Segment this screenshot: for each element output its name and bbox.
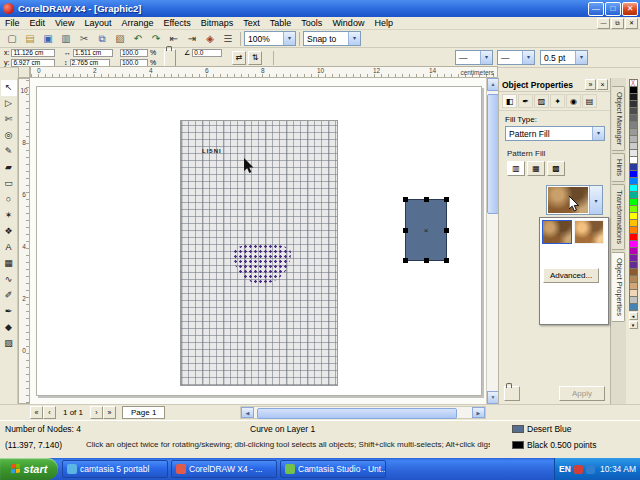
- document-close-button[interactable]: ✕: [625, 18, 638, 29]
- mirror-horizontal-button[interactable]: ⇄: [232, 51, 246, 65]
- basic-shapes-tool[interactable]: ❖: [1, 224, 17, 240]
- lock-button[interactable]: [504, 386, 520, 401]
- cut-icon[interactable]: ✂: [75, 31, 93, 47]
- horizontal-scroll-thumb[interactable]: [257, 408, 457, 419]
- line-style-combo[interactable]: — ▾: [497, 50, 535, 65]
- advanced-button[interactable]: Advanced...: [543, 268, 599, 283]
- save-icon[interactable]: ▣: [39, 31, 57, 47]
- rotation-angle-field[interactable]: 0.0: [192, 49, 222, 57]
- menu-item[interactable]: Table: [265, 17, 297, 30]
- docker-tab-object-manager[interactable]: Object Manager: [612, 86, 625, 151]
- menu-item[interactable]: File: [0, 17, 25, 30]
- vertical-ruler[interactable]: 1086420: [18, 78, 30, 404]
- last-page-button[interactable]: »: [103, 406, 116, 419]
- full-color-pattern-button[interactable]: ▦: [527, 161, 545, 176]
- selection-handle-e[interactable]: [444, 228, 449, 233]
- menu-item[interactable]: Help: [369, 17, 398, 30]
- menu-item[interactable]: Text: [238, 17, 265, 30]
- current-pattern-swatch[interactable]: [548, 187, 588, 213]
- chevron-down-icon[interactable]: ▾: [283, 32, 295, 45]
- chevron-down-icon[interactable]: ▾: [348, 32, 360, 45]
- export-icon[interactable]: ⇥: [183, 31, 201, 47]
- rectangle-tool[interactable]: ▭: [1, 176, 17, 192]
- chevron-down-icon[interactable]: ▾: [480, 51, 492, 64]
- bitmap-pattern-button[interactable]: ▩: [547, 161, 565, 176]
- mirror-vertical-button[interactable]: ⇅: [248, 51, 262, 65]
- import-icon[interactable]: ⇤: [165, 31, 183, 47]
- outline-tab-icon[interactable]: ✒: [518, 94, 533, 108]
- document-minimize-button[interactable]: —: [597, 18, 610, 29]
- smart-fill-tool[interactable]: ▰: [1, 160, 17, 176]
- taskbar-task-camtasia-recorder[interactable]: camtasia 5 portabl: [62, 460, 168, 478]
- selection-handle-n[interactable]: [424, 197, 429, 202]
- selection-handle-s[interactable]: [424, 258, 429, 263]
- x-position-field[interactable]: 11.126 cm: [11, 49, 55, 57]
- tray-icon-camtasia[interactable]: [574, 465, 583, 474]
- internet-tab-icon[interactable]: ◉: [566, 94, 581, 108]
- text-tool[interactable]: A: [1, 240, 17, 256]
- redo-icon[interactable]: ↷: [147, 31, 165, 47]
- start-button[interactable]: start: [0, 458, 58, 480]
- language-indicator[interactable]: EN: [559, 464, 571, 474]
- fill-type-combo[interactable]: Pattern Fill ▾: [505, 126, 605, 141]
- selection-handle-sw[interactable]: [403, 258, 408, 263]
- menu-item[interactable]: Edit: [25, 17, 51, 30]
- scroll-right-button[interactable]: ▶: [472, 407, 485, 418]
- selection-handle-nw[interactable]: [403, 197, 408, 202]
- zoom-tool[interactable]: ◎: [1, 128, 17, 144]
- first-page-button[interactable]: «: [30, 406, 43, 419]
- horizontal-ruler[interactable]: 02468101214 centimeters: [30, 66, 498, 78]
- chevron-down-icon[interactable]: ▾: [575, 51, 587, 64]
- maximize-button[interactable]: □: [605, 2, 621, 16]
- taskbar-task-camtasia-studio[interactable]: Camtasia Studio - Unt...: [280, 460, 386, 478]
- previous-page-button[interactable]: ‹: [43, 406, 56, 419]
- menu-item[interactable]: Layout: [79, 17, 116, 30]
- taskbar-task-coreldraw[interactable]: CorelDRAW X4 - ...: [171, 460, 277, 478]
- selected-rectangle-object[interactable]: ×: [405, 199, 447, 261]
- menu-item[interactable]: Tools: [296, 17, 327, 30]
- interactive-blend-tool[interactable]: ∿: [1, 272, 17, 288]
- ruler-origin-corner[interactable]: [18, 66, 30, 78]
- pattern-swatch-option-2[interactable]: [574, 220, 604, 244]
- canvas-vertical-scrollbar[interactable]: ▲ ▼: [486, 78, 498, 404]
- chevron-down-icon[interactable]: ▾: [522, 51, 534, 64]
- undo-icon[interactable]: ↶: [129, 31, 147, 47]
- docker-tab-transformations[interactable]: Transformations: [612, 184, 625, 250]
- menu-item[interactable]: Effects: [158, 17, 195, 30]
- docker-close-button[interactable]: ×: [597, 79, 608, 90]
- drawing-canvas[interactable]: LI5NI ×: [30, 78, 486, 404]
- scroll-left-button[interactable]: ◀: [241, 407, 254, 418]
- fill-tool[interactable]: ◆: [1, 320, 17, 336]
- snap-to-combo[interactable]: Snap to ▾: [303, 31, 361, 46]
- distortion-tab-icon[interactable]: ✦: [550, 94, 565, 108]
- selection-handle-ne[interactable]: [444, 197, 449, 202]
- line-start-combo[interactable]: — ▾: [455, 50, 493, 65]
- summary-tab-icon[interactable]: ▤: [582, 94, 597, 108]
- pattern-swatch-option-1[interactable]: [542, 220, 572, 244]
- crop-tool[interactable]: ✄: [1, 112, 17, 128]
- apply-button[interactable]: Apply: [559, 386, 605, 401]
- eyedropper-tool[interactable]: ✐: [1, 288, 17, 304]
- menu-item[interactable]: Bitmaps: [196, 17, 239, 30]
- polygon-tool[interactable]: ✶: [1, 208, 17, 224]
- zoom-level-combo[interactable]: 100% ▾: [244, 31, 296, 46]
- palette-scroll-button[interactable]: ▾: [629, 321, 638, 329]
- docker-collapse-button[interactable]: »: [585, 79, 596, 90]
- new-document-icon[interactable]: ▢: [3, 31, 21, 47]
- chevron-down-icon[interactable]: ▾: [592, 127, 604, 140]
- print-icon[interactable]: ▥: [57, 31, 75, 47]
- palette-expand-button[interactable]: ◂: [629, 312, 638, 320]
- close-button[interactable]: ✕: [622, 2, 638, 16]
- interactive-fill-tool[interactable]: ▨: [1, 336, 17, 352]
- palette-color-swatch[interactable]: [629, 303, 638, 311]
- menu-item[interactable]: Arrange: [116, 17, 158, 30]
- menu-item[interactable]: Window: [327, 17, 369, 30]
- scale-lock-button[interactable]: [164, 49, 176, 67]
- selection-handle-se[interactable]: [444, 258, 449, 263]
- copy-icon[interactable]: ⧉: [93, 31, 111, 47]
- outline-pen-tool[interactable]: ✒: [1, 304, 17, 320]
- pick-tool[interactable]: ↖: [1, 80, 17, 96]
- options-icon[interactable]: ☰: [219, 31, 237, 47]
- document-restore-button[interactable]: ⧉: [611, 18, 624, 29]
- ellipse-tool[interactable]: ○: [1, 192, 17, 208]
